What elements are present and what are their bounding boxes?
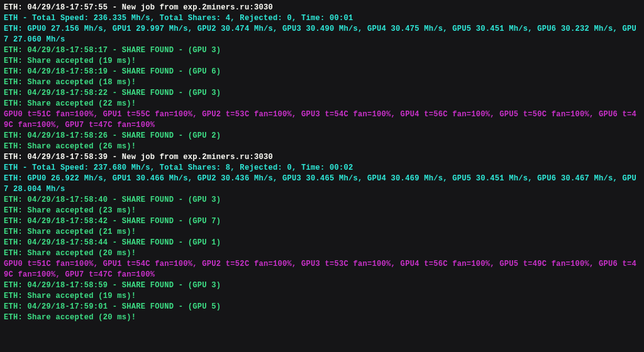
log-line: ETH - Total Speed: 236.335 Mh/s, Total S… <box>4 14 353 23</box>
log-line: ETH: Share accepted (21 ms)! <box>4 228 136 236</box>
log-line: ETH: Share accepted (20 ms)! <box>4 313 136 322</box>
log-line: ETH: 04/29/18-17:58:22 - SHARE FOUND - (… <box>4 89 221 97</box>
log-line: ETH: Share accepted (18 ms)! <box>4 78 136 87</box>
log-line: ETH: 04/29/18-17:58:17 - SHARE FOUND - (… <box>4 46 221 55</box>
log-line: ETH: Share accepted (22 ms)! <box>4 99 136 108</box>
log-line: ETH: 04/29/18-17:58:59 - SHARE FOUND - (… <box>4 281 221 290</box>
log-line: ETH: 04/29/18-17:58:40 - SHARE FOUND - (… <box>4 195 221 204</box>
log-line: ETH: GPU0 27.156 Mh/s, GPU1 29.997 Mh/s,… <box>4 25 636 44</box>
log-line: ETH: Share accepted (19 ms)! <box>4 292 136 300</box>
log-line: ETH: 04/29/18-17:59:01 - SHARE FOUND - (… <box>4 302 221 311</box>
log-line: ETH: 04/29/18-17:58:26 - SHARE FOUND - (… <box>4 131 221 140</box>
log-line: ETH: 04/29/18-17:58:44 - SHARE FOUND - (… <box>4 238 221 247</box>
log-line: ETH: Share accepted (26 ms)! <box>4 142 136 151</box>
log-line: ETH: Share accepted (23 ms)! <box>4 206 136 215</box>
log-line: ETH: 04/29/18-17:58:19 - SHARE FOUND - (… <box>4 67 221 76</box>
log-line: ETH: Share accepted (19 ms)! <box>4 57 136 65</box>
log-line: GPU0 t=51C fan=100%, GPU1 t=55C fan=100%… <box>4 110 636 129</box>
log-line: ETH: Share accepted (20 ms)! <box>4 249 136 258</box>
log-line: ETH: GPU0 26.922 Mh/s, GPU1 30.466 Mh/s,… <box>4 174 636 194</box>
log-line: ETH: 04/29/18-17:57:55 - New job from ex… <box>4 3 273 12</box>
log-line: ETH - Total Speed: 237.680 Mh/s, Total S… <box>4 163 353 172</box>
log-line: ETH: 04/29/18-17:58:42 - SHARE FOUND - (… <box>4 217 221 226</box>
terminal-output: ETH: 04/29/18-17:57:55 - New job from ex… <box>0 0 644 326</box>
log-line: ETH: 04/29/18-17:58:39 - New job from ex… <box>4 153 273 162</box>
log-line: GPU0 t=51C fan=100%, GPU1 t=54C fan=100%… <box>4 260 636 279</box>
